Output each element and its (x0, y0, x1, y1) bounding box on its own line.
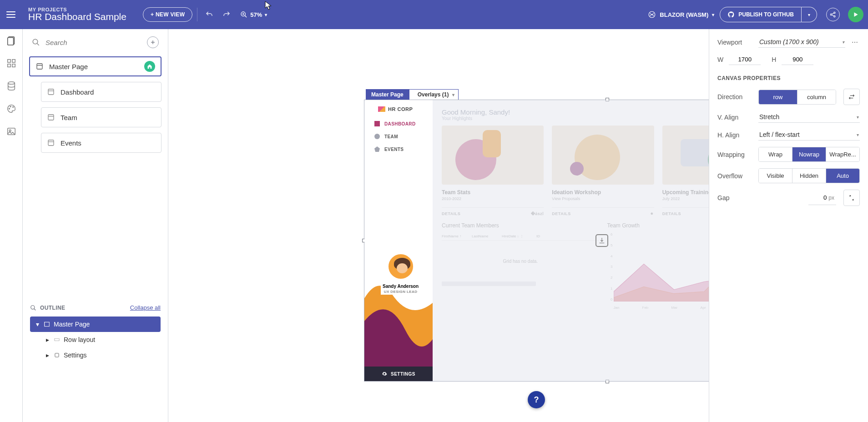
overlays-label: Overlays (1) (418, 91, 449, 98)
chevron-right-icon: ▸ (45, 352, 50, 359)
gap-expand-button[interactable] (843, 190, 860, 206)
svg-point-19 (12, 106, 13, 107)
grid-pager[interactable] (442, 281, 536, 286)
dash-menu-events[interactable]: EVENTS (374, 146, 433, 152)
framework-label: BLAZOR (WASM) (660, 11, 708, 18)
svg-line-23 (37, 43, 39, 45)
overflow-hidden-button[interactable]: Hidden (792, 169, 826, 183)
rail-data[interactable] (6, 81, 16, 91)
svg-rect-14 (7, 64, 10, 67)
menu-icon (6, 11, 15, 18)
dashboard-icon (374, 121, 380, 126)
width-input[interactable] (729, 54, 761, 65)
wrapreverse-button[interactable]: WrapRe... (826, 147, 859, 161)
halign-select[interactable]: Left / flex-start▾ (758, 129, 860, 141)
new-view-button[interactable]: + NEW VIEW (143, 7, 192, 22)
valign-select[interactable]: Stretch▾ (758, 111, 860, 123)
page-list: Master Page Dashboard Team Events (23, 54, 168, 153)
chevron-down-icon: ▾ (452, 92, 454, 97)
page-item-team[interactable]: Team (41, 107, 161, 127)
preview-button[interactable] (848, 7, 863, 22)
user-avatar (387, 253, 414, 280)
search-input[interactable] (45, 38, 142, 47)
page-label: Master Page (49, 63, 88, 70)
share-button[interactable] (826, 8, 840, 21)
layout-icon (44, 321, 50, 327)
svg-rect-12 (7, 60, 10, 62)
overflow-auto-button[interactable]: Auto (826, 169, 859, 183)
svg-point-34 (31, 305, 35, 309)
gear-icon (382, 371, 387, 377)
square-icon (54, 352, 60, 358)
height-input[interactable] (782, 54, 813, 65)
tree-node-settings[interactable]: ▸ Settings (30, 347, 161, 363)
page-label: Dashboard (61, 88, 94, 96)
rail-pages[interactable] (6, 35, 16, 45)
overflow-visible-button[interactable]: Visible (759, 169, 792, 183)
redo-button[interactable] (219, 7, 234, 22)
zoom-icon (240, 11, 247, 18)
rail-assets[interactable] (6, 126, 16, 136)
menu-button[interactable] (3, 6, 19, 23)
tree-label: Master Page (54, 321, 90, 328)
canvas-area[interactable]: Master Page Overlays (1) ▾ HR CORP (168, 29, 709, 422)
project-header: MY PROJECTS HR Dashboard Sample (28, 7, 126, 22)
viewport-more-button[interactable]: ⋯ (850, 37, 860, 47)
viewport-label: Viewport (717, 39, 754, 46)
framework-icon (648, 10, 656, 19)
page-item-master[interactable]: Master Page (29, 56, 161, 76)
chevron-right-icon: ▸ (45, 336, 50, 343)
canvas-tab-overlays[interactable]: Overlays (1) ▾ (409, 89, 459, 100)
bookmark-icon[interactable]: ⁕ (650, 211, 654, 216)
zoom-control[interactable]: 57% ▾ (240, 11, 267, 18)
svg-point-22 (33, 39, 38, 44)
svg-line-9 (832, 15, 834, 16)
nowrap-button[interactable]: Nowrap (792, 147, 826, 161)
direction-row-button[interactable]: row (759, 90, 797, 104)
gap-input[interactable] (810, 192, 828, 203)
publish-dropdown[interactable]: ▾ (802, 7, 817, 22)
team-growth-section: Team Growth 6543210 JanFebMarAprMayJun (607, 222, 709, 310)
highlight-card: Ideation Workshop View Proposals DETAILS… (552, 126, 654, 216)
page-icon (35, 62, 44, 70)
dash-menu-dashboard[interactable]: DASHBOARD (374, 121, 433, 126)
viewport-select[interactable]: Custom (1700 x 900) ▾ (758, 36, 845, 48)
direction-group: row column (758, 90, 836, 105)
project-name: HR Dashboard Sample (28, 11, 126, 22)
canvas-tab-master[interactable]: Master Page (366, 89, 409, 100)
svg-point-17 (9, 108, 10, 109)
dash-menu-team[interactable]: TEAM (374, 134, 433, 139)
page-item-dashboard[interactable]: Dashboard (41, 82, 161, 102)
redo-icon (222, 10, 231, 19)
publish-button[interactable]: PUBLISH TO GITHUB (720, 7, 802, 22)
rail-theme[interactable] (6, 104, 16, 114)
swap-direction-button[interactable] (843, 89, 860, 105)
svg-rect-36 (45, 322, 50, 326)
canvas-tabs: Master Page Overlays (1) ▾ (366, 89, 459, 100)
chevron-down-icon: ▾ (857, 115, 859, 120)
canvas-viewport[interactable]: HR CORP DASHBOARD TEAM EVENTS Sandy Ande… (364, 100, 709, 382)
properties-panel: Viewport Custom (1700 x 900) ▾ ⋯ W H CAN… (709, 29, 868, 422)
collapse-all-link[interactable]: Collapse all (130, 304, 161, 311)
user-role: UX DESIGN LEAD (381, 290, 420, 295)
home-icon (147, 64, 152, 69)
rail-components[interactable] (6, 58, 16, 68)
tree-node-master[interactable]: ▾ Master Page (30, 316, 161, 332)
page-icon (47, 113, 55, 121)
dash-settings-button[interactable]: SETTINGS (364, 367, 433, 381)
help-button[interactable]: ? (528, 391, 545, 408)
framework-selector[interactable]: BLAZOR (WASM) ▾ (648, 10, 714, 19)
page-item-events[interactable]: Events (41, 133, 161, 153)
add-page-button[interactable] (147, 36, 159, 48)
sidebar: Master Page Dashboard Team Events OUTLIN… (23, 29, 168, 422)
svg-rect-30 (48, 115, 54, 120)
database-icon (6, 81, 16, 91)
bookmark-icon[interactable]: �ászl (531, 211, 544, 216)
tree-node-row[interactable]: ▸ Row layout (30, 332, 161, 347)
my-projects-label[interactable]: MY PROJECTS (28, 7, 126, 12)
tree-label: Row layout (64, 336, 95, 343)
direction-column-button[interactable]: column (797, 90, 836, 104)
undo-button[interactable] (202, 7, 217, 22)
canvas-props-header: CANVAS PROPERTIES (717, 75, 860, 81)
wrap-button[interactable]: Wrap (759, 147, 792, 161)
